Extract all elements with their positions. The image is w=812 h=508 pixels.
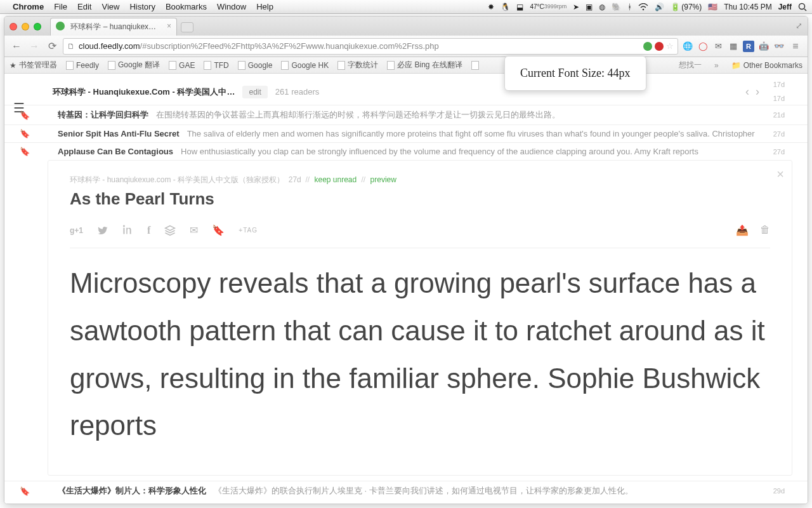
menu-file[interactable]: File <box>54 2 67 11</box>
buffer-icon[interactable] <box>164 225 176 236</box>
forward-button[interactable]: → <box>27 39 41 53</box>
app-name[interactable]: Chrome <box>13 2 44 11</box>
save-bookmark-icon[interactable]: 🔖 <box>212 224 225 236</box>
bookmark-icon[interactable]: 🔖 <box>20 486 30 496</box>
share-out-icon[interactable]: 📤 <box>736 224 749 236</box>
chrome-menu-button[interactable]: ≡ <box>789 39 802 53</box>
bookmark-item[interactable]: 字数统计 <box>337 60 378 70</box>
row-summary: 在围绕转基因的争议甚嚣尘上而真相却渐行渐远的时候，将科学问题还给科学才是让一切拨… <box>156 109 766 121</box>
menu-help[interactable]: Help <box>256 2 273 11</box>
share-bar: g+1 f ✉︎ 🔖 +TAG 📤 🗑 <box>70 224 770 248</box>
page-info-icon[interactable]: 🗋 <box>67 42 75 51</box>
menu-history[interactable]: History <box>129 2 155 11</box>
edit-feed-button[interactable]: edit <box>242 86 267 98</box>
menubar-clock[interactable]: Thu 10:45 PM <box>724 3 771 11</box>
bookmark-item[interactable]: ★ 书签管理器 <box>10 60 57 70</box>
ext-r-icon[interactable]: R <box>743 41 754 52</box>
address-bar[interactable]: 🗋 cloud.feedly.com/#subscription%2Ffeed%… <box>63 38 678 55</box>
bookmark-item[interactable]: 必应 Bing 在线翻译 <box>387 60 462 70</box>
menubar-flag-icon[interactable]: 🇺🇸 <box>708 3 717 11</box>
menubar-wifi-icon[interactable] <box>638 3 648 11</box>
ext-dot-red-icon[interactable] <box>655 42 664 51</box>
bookmark-icon[interactable]: 🔖 <box>20 110 30 120</box>
svg-point-0 <box>643 8 645 10</box>
menu-edit[interactable]: Edit <box>77 2 91 11</box>
next-icon[interactable]: › <box>756 85 759 98</box>
article-age: 27d <box>289 175 301 184</box>
menu-window[interactable]: Window <box>217 2 246 11</box>
preview-link[interactable]: preview <box>370 175 396 184</box>
facebook-icon[interactable]: f <box>147 225 150 236</box>
menubar-dropbox-icon[interactable]: ⬓ <box>516 3 523 11</box>
ext-opera-icon[interactable]: ◯ <box>697 41 709 52</box>
fullscreen-icon[interactable]: ⤢ <box>796 21 802 30</box>
bookmark-item[interactable]: Google 翻译 <box>108 60 160 70</box>
trash-icon[interactable]: 🗑 <box>760 224 770 236</box>
new-tab-button[interactable] <box>181 22 193 32</box>
ext-android-icon[interactable]: 🤖 <box>758 41 769 52</box>
menubar-cursor-icon[interactable]: ➤ <box>573 3 579 11</box>
menubar-battery-icon[interactable]: 🔋 (97%) <box>671 3 702 11</box>
bookmark-icon[interactable]: 🔖 <box>20 129 30 138</box>
list-item[interactable]: 🔖 《生活大爆炸》制片人：科学形象人性化 《生活大爆炸》的联合执行制片人埃里克 … <box>4 481 808 500</box>
row-title: 转基因：让科学回归科学 <box>58 109 148 121</box>
twitter-icon[interactable] <box>97 225 108 236</box>
back-button[interactable]: ← <box>10 39 23 53</box>
menu-view[interactable]: View <box>102 2 119 11</box>
minimize-window-button[interactable] <box>22 23 29 30</box>
reload-button[interactable]: ⟳ <box>45 39 59 53</box>
menubar-user[interactable]: Jeff <box>778 3 792 11</box>
ext-mask-icon[interactable]: 👓 <box>773 41 785 52</box>
bookmark-item[interactable]: TFD <box>204 61 228 70</box>
menubar-bluetooth-icon[interactable]: ᚼ <box>627 3 632 11</box>
ext-dot-green-icon[interactable] <box>643 42 652 51</box>
row-age: 27d <box>773 130 785 138</box>
bookmark-overflow-icon[interactable]: » <box>714 61 719 70</box>
bookmark-item[interactable] <box>471 61 479 70</box>
article-source: 环球科学 - huanqiukexue.com - 科学美国人中文版（独家授权） <box>70 175 284 184</box>
close-window-button[interactable] <box>10 23 17 30</box>
bookmark-item[interactable]: Feedly <box>66 61 99 70</box>
menubar-evernote-icon[interactable]: 🐘 <box>612 3 621 11</box>
row-age: 21d <box>773 111 785 119</box>
zoom-window-button[interactable] <box>34 23 41 30</box>
bookmark-item[interactable]: Google <box>238 61 273 70</box>
list-item[interactable]: 🔖 转基因：让科学回归科学 在围绕转基因的争议甚嚣尘上而真相却渐行渐远的时候，将… <box>4 105 808 124</box>
article-list: 🔖 转基因：让科学回归科学 在围绕转基因的争议甚嚣尘上而真相却渐行渐远的时候，将… <box>4 105 808 160</box>
menubar-volume-icon[interactable]: 🔊 <box>655 3 664 11</box>
bookmark-item[interactable]: GAE <box>169 61 195 70</box>
add-tag-button[interactable]: +TAG <box>239 227 258 234</box>
list-item[interactable]: 🔖 Applause Can Be Contagious How enthusi… <box>4 142 808 160</box>
browser-tab[interactable]: 环球科学 – huanqiukexue.c… × <box>50 18 177 36</box>
feed-title: 环球科学 - Huanqiukexue.Com - 科学美国人中… <box>53 86 235 98</box>
menubar-qq-icon[interactable]: 🐧 <box>501 3 510 11</box>
bookmark-item[interactable]: Google HK <box>281 61 329 70</box>
bookmark-icon[interactable]: 🔖 <box>20 147 30 156</box>
menu-bookmarks[interactable]: Bookmarks <box>166 2 207 11</box>
close-icon[interactable]: × <box>776 167 784 182</box>
menubar-app1-icon[interactable]: ▣ <box>586 3 593 11</box>
tab-close-icon[interactable]: × <box>167 22 171 30</box>
keep-unread-link[interactable]: keep unread <box>314 175 357 184</box>
feed-nav: ‹ › <box>745 85 759 98</box>
ext-globe-icon[interactable]: 🌐 <box>682 41 693 52</box>
menubar-1p-icon[interactable]: ◍ <box>599 3 605 11</box>
row-age: 29d <box>773 487 785 495</box>
linkedin-icon[interactable] <box>122 225 133 236</box>
spotlight-icon[interactable] <box>798 3 807 11</box>
tab-bar: 环球科学 – huanqiukexue.c… × ⤢ <box>4 17 808 36</box>
gplus-icon[interactable]: g+1 <box>70 226 83 235</box>
menubar-gear-icon[interactable]: ✸ <box>488 3 494 11</box>
mac-menubar: Chrome File Edit View History Bookmarks … <box>0 0 812 14</box>
ext-mail-icon[interactable]: ✉︎ <box>712 41 724 52</box>
row-title: Applause Can Be Contagious <box>58 147 173 156</box>
ext-square-icon[interactable]: ▦ <box>728 41 739 52</box>
bookmark-item-partial[interactable]: 想找一 <box>679 60 702 70</box>
list-item[interactable]: 🔖 Senior Spit Has Anti-Flu Secret The sa… <box>4 124 808 142</box>
bookmark-star-icon[interactable]: ☆ <box>666 41 674 51</box>
other-bookmarks[interactable]: 📁 Other Bookmarks <box>731 61 802 70</box>
font-size-tooltip: Current Font Size: 44px <box>504 56 646 91</box>
article-title: As the Pearl Turns <box>70 189 770 209</box>
prev-icon[interactable]: ‹ <box>745 85 749 98</box>
email-icon[interactable]: ✉︎ <box>190 224 198 236</box>
